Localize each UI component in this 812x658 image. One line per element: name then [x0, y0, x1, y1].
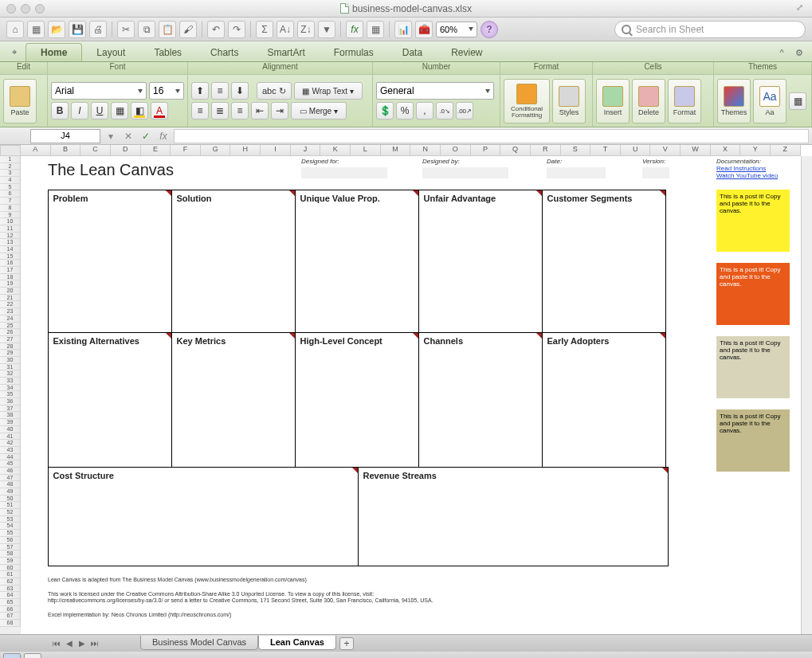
column-header[interactable]: W	[681, 145, 711, 156]
row-header[interactable]: 32	[0, 370, 21, 378]
row-header[interactable]: 14	[0, 246, 21, 253]
theme-colors-button[interactable]: ▦	[789, 92, 806, 110]
page-layout-view-button[interactable]	[24, 653, 41, 659]
tab-charts[interactable]: Charts	[196, 44, 253, 61]
row-header[interactable]: 50	[0, 495, 21, 503]
border-button[interactable]: ▦	[111, 102, 128, 119]
sheet-tab-bmc[interactable]: Business Model Canvas	[140, 636, 258, 650]
worksheet[interactable]: ABCDEFGHIJKLMNOPQRSTUVWXYZ 1234567891011…	[0, 145, 812, 634]
align-middle-icon[interactable]: ≡	[211, 82, 229, 100]
row-header[interactable]: 22	[0, 301, 21, 308]
version-field[interactable]	[642, 167, 669, 178]
sheet-tab-lean[interactable]: Lean Canvas	[258, 636, 336, 650]
row-header[interactable]: 67	[0, 613, 21, 620]
column-header[interactable]: B	[51, 145, 81, 156]
row-header[interactable]: 48	[0, 481, 21, 488]
row-headers[interactable]: 1234567891011121314151617181920212223242…	[0, 156, 21, 634]
print-icon[interactable]: 🖨	[89, 21, 107, 38]
last-sheet-icon[interactable]: ⏭	[89, 638, 100, 649]
row-header[interactable]: 1	[0, 156, 21, 163]
namebox-dropdown-icon[interactable]: ▾	[104, 129, 118, 143]
decrease-decimal-button[interactable]: .0↘	[436, 102, 453, 119]
paste-button[interactable]: Paste	[3, 79, 37, 123]
designed-by-field[interactable]	[422, 167, 508, 178]
column-header[interactable]: X	[711, 145, 741, 156]
row-header[interactable]: 63	[0, 586, 21, 593]
cell-revenue[interactable]: Revenue Streams	[358, 467, 669, 566]
column-header[interactable]: U	[621, 145, 651, 156]
search-input[interactable]: Search in Sheet	[614, 21, 806, 38]
bold-button[interactable]: B	[51, 102, 69, 119]
vertical-scrollbar[interactable]	[801, 156, 812, 634]
ribbon-settings-icon[interactable]: ⚙	[793, 46, 806, 59]
underline-button[interactable]: U	[91, 102, 108, 119]
column-header[interactable]: K	[320, 145, 351, 156]
cell-uvp[interactable]: Unique Value Prop.	[295, 190, 419, 333]
cell-unfair[interactable]: Unfair Advantage	[418, 190, 543, 333]
row-header[interactable]: 4	[0, 177, 21, 184]
column-header[interactable]: H	[230, 145, 261, 156]
sort-za-icon[interactable]: Z↓	[297, 21, 315, 38]
prev-sheet-icon[interactable]: ◀	[64, 638, 75, 649]
paste-icon[interactable]: 📋	[159, 21, 176, 38]
cell-segments[interactable]: Customer Segments	[542, 190, 666, 333]
fill-color-button[interactable]: ◧	[131, 102, 148, 119]
row-header[interactable]: 23	[0, 308, 21, 315]
name-box[interactable]: J4	[30, 129, 100, 143]
tab-tables[interactable]: Tables	[139, 44, 196, 61]
column-header[interactable]: O	[441, 145, 471, 156]
column-header[interactable]: S	[561, 145, 591, 156]
row-header[interactable]: 37	[0, 405, 21, 413]
save-icon[interactable]: 💾	[69, 21, 86, 38]
cell-solution[interactable]: Solution	[171, 190, 296, 333]
formula-input[interactable]	[174, 129, 809, 143]
number-format-select[interactable]: General	[376, 82, 494, 100]
column-header[interactable]: L	[351, 145, 381, 156]
styles-button[interactable]: Styles	[552, 79, 586, 123]
row-header[interactable]: 64	[0, 592, 21, 599]
row-header[interactable]: 62	[0, 578, 21, 586]
fx-icon[interactable]: fx	[346, 21, 363, 38]
row-header[interactable]: 43	[0, 447, 21, 454]
row-header[interactable]: 39	[0, 419, 21, 426]
fullscreen-icon[interactable]: ⤢	[796, 2, 807, 14]
row-header[interactable]: 31	[0, 364, 21, 371]
row-header[interactable]: 26	[0, 329, 21, 336]
indent-decrease-icon[interactable]: ⇤	[251, 102, 269, 119]
currency-button[interactable]: 💲	[376, 102, 394, 119]
column-header[interactable]: Q	[500, 145, 531, 156]
row-header[interactable]: 35	[0, 391, 21, 398]
row-header[interactable]: 8	[0, 205, 21, 212]
italic-button[interactable]: I	[71, 102, 88, 119]
indent-increase-icon[interactable]: ⇥	[271, 102, 288, 119]
row-header[interactable]: 51	[0, 502, 21, 509]
row-header[interactable]: 65	[0, 599, 21, 606]
row-header[interactable]: 56	[0, 537, 21, 544]
row-header[interactable]: 42	[0, 440, 21, 447]
row-header[interactable]: 20	[0, 288, 21, 295]
cell-concept[interactable]: High-Level Concept	[295, 332, 419, 468]
row-header[interactable]: 9	[0, 212, 21, 219]
row-header[interactable]: 34	[0, 385, 21, 392]
cell-metrics[interactable]: Key Metrics	[171, 332, 296, 468]
copy-icon[interactable]: ⧉	[138, 21, 155, 38]
column-header[interactable]: N	[410, 145, 441, 156]
redo-icon[interactable]: ↷	[228, 21, 245, 38]
row-header[interactable]: 21	[0, 295, 21, 302]
format-painter-icon[interactable]: 🖌	[179, 21, 197, 38]
select-all-corner[interactable]	[0, 145, 21, 156]
cell-channels[interactable]: Channels	[418, 332, 543, 468]
row-header[interactable]: 61	[0, 571, 21, 578]
font-color-button[interactable]: A	[151, 102, 168, 119]
column-header[interactable]: R	[531, 145, 561, 156]
column-header[interactable]: M	[381, 145, 411, 156]
row-header[interactable]: 57	[0, 544, 21, 551]
row-header[interactable]: 52	[0, 509, 21, 516]
font-name-select[interactable]: Arial	[51, 82, 147, 100]
cancel-formula-icon[interactable]: ✕	[121, 129, 135, 143]
cell-problem[interactable]: Problem	[48, 190, 172, 333]
row-header[interactable]: 19	[0, 280, 21, 288]
wrap-text-button[interactable]: ▦ Wrap Text ▾	[294, 82, 363, 100]
row-header[interactable]: 11	[0, 225, 21, 233]
add-sheet-button[interactable]: +	[339, 637, 354, 650]
